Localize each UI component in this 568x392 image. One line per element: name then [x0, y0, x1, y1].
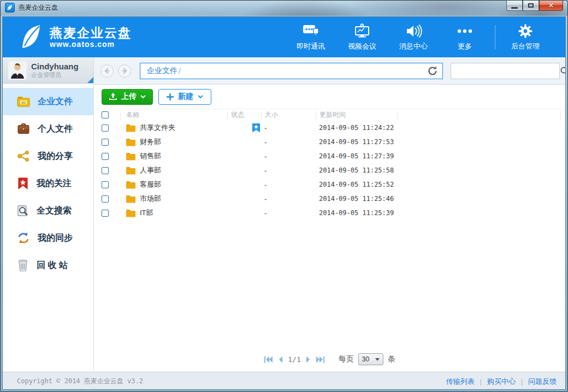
row-checkbox[interactable]	[102, 153, 109, 160]
sync-icon	[17, 232, 30, 244]
brand-title: 燕麦企业云盘	[50, 26, 132, 40]
header-nav: 即时通讯 视频会议 消息中心	[285, 17, 551, 57]
folder-yellow-icon	[17, 96, 30, 107]
file-name[interactable]: 销售部	[140, 151, 161, 161]
footer-link-purchase-center[interactable]: 购买中心	[487, 377, 516, 387]
page-indicator: 1/1	[288, 355, 300, 364]
file-name[interactable]: 客服部	[140, 180, 161, 189]
close-button[interactable]: ✕	[539, 1, 563, 11]
app-window: 燕麦企业云盘 ✕ 燕麦企业云盘 www.oatos.com	[0, 0, 568, 392]
video-conference-icon	[353, 23, 371, 39]
row-checkbox[interactable]	[102, 139, 109, 146]
new-button[interactable]: 新建	[158, 89, 211, 105]
row-checkbox[interactable]	[102, 195, 109, 203]
folder-icon	[126, 209, 136, 217]
row-checkbox[interactable]	[102, 167, 109, 174]
file-name[interactable]: 共享文件夹	[140, 123, 175, 133]
user-panel[interactable]: Cindyhuang 企业管理员	[3, 57, 93, 84]
search-input[interactable]	[451, 63, 556, 79]
sidebar-item-enterprise-files[interactable]: 企业文件	[3, 88, 93, 115]
file-updated: 2014-09-05 11:25:58	[316, 167, 398, 174]
chat-icon	[302, 23, 319, 39]
minimize-button[interactable]	[506, 1, 523, 11]
file-name[interactable]: IT部	[140, 208, 153, 218]
last-page-icon[interactable]	[316, 356, 325, 363]
table-row[interactable]: 共享文件夹 - 2014-09-05 11:24:22	[94, 121, 565, 135]
breadcrumb-path[interactable]: 企业文件	[147, 66, 177, 76]
footer-link-transfer-list[interactable]: 传输列表	[446, 377, 475, 387]
file-updated: 2014-09-05 11:27:53	[316, 138, 398, 146]
chevron-down-icon	[198, 95, 203, 99]
plus-icon	[167, 93, 174, 100]
column-name[interactable]: 名称	[120, 111, 227, 120]
file-name[interactable]: 人事部	[140, 165, 161, 175]
breadcrumb[interactable]: 企业文件 /	[140, 63, 443, 79]
file-updated: 2014-09-05 11:24:22	[316, 124, 398, 132]
nav-video-conference[interactable]: 视频会议	[336, 23, 388, 51]
column-updated[interactable]: 更新时间	[316, 111, 398, 120]
next-page-icon[interactable]	[306, 356, 311, 363]
file-size: -	[261, 195, 316, 203]
file-updated: 2014-09-05 11:25:52	[316, 181, 398, 188]
sidebar-item-my-favorites[interactable]: 我的关注	[3, 170, 93, 197]
sidebar-item-personal-files[interactable]: 个人文件	[3, 115, 93, 142]
app-header: 燕麦企业云盘 www.oatos.com 即时通讯 视频会议	[3, 17, 565, 57]
search-box	[451, 63, 560, 79]
file-size: -	[261, 167, 316, 175]
forward-button[interactable]	[118, 64, 131, 78]
nav-message-center[interactable]: 消息中心	[388, 23, 439, 51]
table-row[interactable]: 人事部 - 2014-09-05 11:25:58	[94, 163, 565, 177]
maximize-button[interactable]	[523, 1, 539, 11]
sidebar-item-fulltext-search[interactable]: 全文搜索	[3, 197, 93, 224]
briefcase-icon	[17, 123, 30, 134]
row-checkbox[interactable]	[102, 210, 109, 217]
file-size: -	[261, 209, 316, 217]
sidebar-item-my-sync[interactable]: 我的同步	[3, 224, 93, 252]
app-logo-icon	[5, 3, 15, 13]
table-row[interactable]: 销售部 - 2014-09-05 11:27:39	[94, 149, 565, 163]
per-page-value: 30	[362, 355, 369, 363]
first-page-icon[interactable]	[264, 356, 273, 363]
file-name[interactable]: 财务部	[140, 137, 161, 147]
sidebar: Cindyhuang 企业管理员 企业文件	[3, 57, 94, 372]
sidebar-item-recycle-bin[interactable]: 回 收 站	[3, 252, 93, 279]
row-checkbox[interactable]	[102, 124, 109, 132]
nav-admin-console[interactable]: 后台管理	[500, 23, 551, 51]
upload-icon	[109, 93, 117, 101]
corner-fold-icon	[87, 77, 93, 83]
row-checkbox[interactable]	[102, 181, 109, 188]
per-page-select[interactable]: 30	[358, 353, 383, 365]
prev-page-icon[interactable]	[278, 356, 283, 363]
sidebar-item-my-shares[interactable]: 我的分享	[3, 142, 93, 170]
column-status[interactable]: 状态	[227, 111, 261, 120]
nav-divider	[495, 25, 495, 49]
table-row[interactable]: IT部 - 2014-09-05 11:25:39	[94, 206, 565, 220]
folder-icon	[126, 124, 136, 132]
table-row[interactable]: 财务部 - 2014-09-05 11:27:53	[94, 135, 565, 149]
footer-separator: |	[480, 378, 482, 385]
window-title: 燕麦企业云盘	[19, 3, 58, 13]
column-size[interactable]: 大小	[261, 111, 316, 120]
refresh-icon[interactable]	[427, 66, 438, 76]
search-icon[interactable]	[556, 66, 566, 76]
table-row[interactable]: 市场部 - 2014-09-05 11:25:46	[94, 192, 565, 206]
user-name: Cindyhuang	[31, 62, 79, 71]
nav-instant-messaging[interactable]: 即时通讯	[285, 23, 336, 51]
file-updated: 2014-09-05 11:25:46	[316, 195, 398, 203]
select-all-checkbox[interactable]	[102, 111, 109, 118]
back-button[interactable]	[100, 64, 114, 78]
sidebar-item-label: 个人文件	[38, 123, 73, 135]
copyright-text: Copyright © 2014 燕麦企业云盘 v3.2	[17, 377, 143, 386]
folder-icon	[126, 138, 136, 146]
sidebar-item-label: 我的关注	[37, 178, 72, 189]
breadcrumb-separator: /	[179, 67, 181, 75]
footer: Copyright © 2014 燕麦企业云盘 v3.2 传输列表 | 购买中心…	[3, 372, 565, 390]
file-name[interactable]: 市场部	[140, 194, 161, 204]
title-bar[interactable]: 燕麦企业云盘 ✕	[1, 1, 567, 16]
upload-button[interactable]: 上传	[102, 89, 153, 105]
nav-more[interactable]: 更多	[439, 23, 490, 51]
footer-link-feedback[interactable]: 问题反馈	[528, 377, 557, 387]
avatar	[8, 61, 27, 80]
table-row[interactable]: 客服部 - 2014-09-05 11:25:52	[94, 177, 565, 192]
file-size: -	[261, 181, 316, 189]
